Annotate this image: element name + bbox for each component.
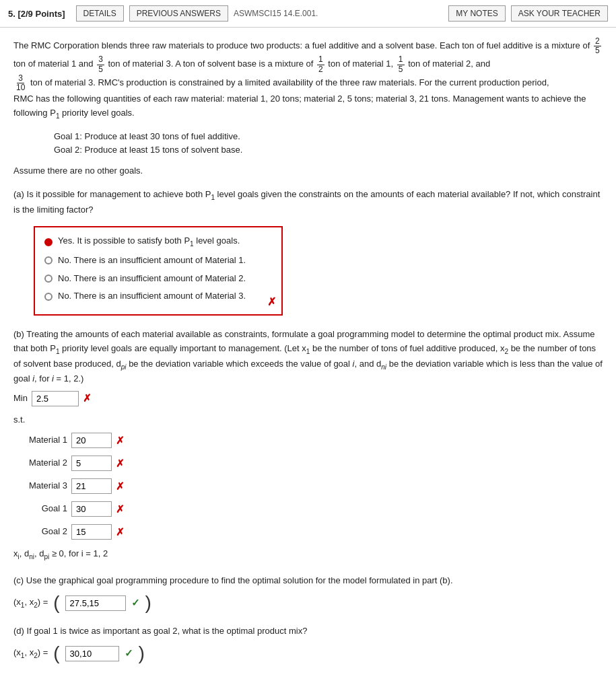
assume-text: Assume there are no other goals. — [13, 164, 603, 178]
fuel-frac2: 3 5 — [97, 55, 104, 73]
my-notes-button[interactable]: MY NOTES — [448, 5, 505, 22]
constraint-var: xi, dni, dpi ≥ 0, for i = 1, 2 — [13, 547, 603, 563]
option-2-text: No. There is an insufficient amount of M… — [58, 254, 246, 268]
line2-frac: 3 10 — [15, 74, 26, 92]
multiple-choice-box: Yes. It is possible to satisfy both P1 l… — [34, 226, 283, 316]
material3-label: Material 3 — [13, 479, 67, 493]
part-d-question: If goal 1 is twice as important as goal … — [27, 626, 308, 636]
option-4-text: No. There is an insufficient amount of M… — [58, 289, 246, 303]
part-b-letter: (b) — [13, 329, 24, 339]
goal1-row: Goal 1 ✗ — [13, 501, 603, 517]
radio-1[interactable] — [44, 238, 53, 246]
part-c: (c) Use the graphical goal programming p… — [13, 574, 603, 612]
close-paren-d: ) — [139, 644, 145, 663]
goal1-label: Goal 1 — [13, 502, 67, 516]
part-a-letter: (a) — [13, 189, 24, 199]
option-3-text: No. There is an insufficient amount of M… — [58, 272, 246, 286]
part-c-correct-icon: ✓ — [131, 595, 140, 611]
part-c-letter: (c) — [13, 575, 24, 585]
material2-label: Material 2 — [13, 456, 67, 470]
material3-wrong-icon: ✗ — [116, 478, 125, 495]
part-b-label: (b) Treating the amounts of each materia… — [13, 328, 603, 386]
material1-row: Material 1 ✗ — [13, 433, 603, 449]
header: 5. [2/9 Points] DETAILS PREVIOUS ANSWERS… — [0, 0, 616, 28]
goal2-row: Goal 2 ✗ — [13, 524, 603, 540]
material2-input[interactable] — [71, 456, 112, 471]
goal1-input[interactable] — [71, 501, 112, 517]
mc-option-4[interactable]: No. There is an insufficient amount of M… — [44, 289, 272, 303]
part-a-label: (a) Is it possible for management to ach… — [13, 188, 603, 217]
goal2: Goal 2: Produce at least 15 tons of solv… — [54, 143, 603, 157]
goal2-wrong-icon: ✗ — [116, 524, 125, 540]
fuel-frac1: 2 5 — [594, 37, 601, 55]
sol-text2: ton of material 2, and — [408, 59, 490, 69]
part-a-question: Is it possible for management to achieve… — [27, 189, 211, 199]
fuel-text1: ton of material 1 and — [13, 59, 94, 69]
details-button[interactable]: DETAILS — [76, 5, 124, 22]
material2-wrong-icon: ✗ — [116, 456, 125, 472]
open-paren-d: ( — [53, 644, 59, 663]
part-d-input[interactable] — [65, 646, 119, 661]
fuel-text2: ton of material 3. A ton of solvent base… — [108, 59, 313, 69]
mc-wrong-icon: ✗ — [267, 293, 276, 311]
goal2-input[interactable] — [71, 524, 112, 540]
material1-wrong-icon: ✗ — [116, 433, 125, 449]
goal1: Goal 1: Produce at least 30 tons of fuel… — [54, 130, 603, 144]
ask-teacher-button[interactable]: ASK YOUR TEACHER — [511, 5, 608, 22]
min-label: Min — [13, 392, 28, 406]
radio-3[interactable] — [44, 275, 53, 283]
radio-4[interactable] — [44, 293, 53, 301]
part-d-xy-label: (x1, x2) = — [13, 646, 48, 661]
min-input[interactable] — [32, 391, 79, 406]
part-d-correct-icon: ✓ — [125, 645, 133, 661]
radio-2[interactable] — [44, 256, 53, 264]
open-paren-c: ( — [53, 593, 59, 612]
part-d-label: (d) If goal 1 is twice as important as g… — [13, 624, 603, 639]
part-c-input[interactable] — [65, 595, 126, 611]
close-paren-c: ) — [145, 593, 151, 612]
problem-id: ASWMSCI15 14.E.001. — [234, 9, 318, 18]
line2-text: ton of material 3. RMC's production is c… — [30, 77, 549, 87]
part-d: (d) If goal 1 is twice as important as g… — [13, 624, 603, 663]
sol-frac2: 1 5 — [397, 55, 405, 73]
problem-text: The RMC Corporation blends three raw mat… — [13, 37, 603, 122]
previous-answers-button[interactable]: PREVIOUS ANSWERS — [129, 5, 228, 22]
material2-row: Material 2 ✗ — [13, 456, 603, 472]
part-b-question: Treating the amounts of each material av… — [13, 329, 603, 384]
goal2-label: Goal 2 — [13, 525, 67, 539]
part-c-xy-label: (x1, x2) = — [13, 595, 48, 611]
material3-input[interactable] — [71, 478, 112, 494]
part-d-row: (x1, x2) = ( ✓ ) — [13, 644, 603, 663]
goals-block: Goal 1: Produce at least 30 tons of fuel… — [54, 130, 603, 158]
content: The RMC Corporation blends three raw mat… — [0, 28, 616, 684]
material1-input[interactable] — [71, 433, 112, 448]
part-d-letter: (d) — [13, 626, 24, 636]
sol-text1: ton of material 1, — [328, 59, 393, 69]
intro-text: The RMC Corporation blends three raw mat… — [13, 40, 590, 50]
question-number: 5. [2/9 Points] — [8, 9, 65, 19]
option-1-text: Yes. It is possible to satisfy both P1 l… — [58, 234, 240, 250]
part-b: (b) Treating the amounts of each materia… — [13, 328, 603, 562]
material1-label: Material 1 — [13, 433, 67, 447]
goal1-wrong-icon: ✗ — [116, 501, 125, 517]
mc-option-2[interactable]: No. There is an insufficient amount of M… — [44, 254, 272, 268]
mc-option-1[interactable]: Yes. It is possible to satisfy both P1 l… — [44, 234, 272, 250]
part-c-question: Use the graphical goal programming proce… — [26, 575, 453, 585]
header-right: MY NOTES ASK YOUR TEACHER — [448, 5, 608, 22]
line3-text2: priority level goals. — [59, 108, 134, 118]
min-row: Min ✗ — [13, 390, 603, 406]
part-a: (a) Is it possible for management to ach… — [13, 188, 603, 316]
part-c-row: (x1, x2) = ( ✓ ) — [13, 593, 603, 612]
st-label: s.t. — [13, 413, 603, 427]
min-wrong-icon: ✗ — [83, 390, 92, 406]
sol-frac1: 1 2 — [317, 55, 324, 73]
mc-option-3[interactable]: No. There is an insufficient amount of M… — [44, 272, 272, 286]
material3-row: Material 3 ✗ — [13, 478, 603, 495]
part-c-label: (c) Use the graphical goal programming p… — [13, 574, 603, 588]
